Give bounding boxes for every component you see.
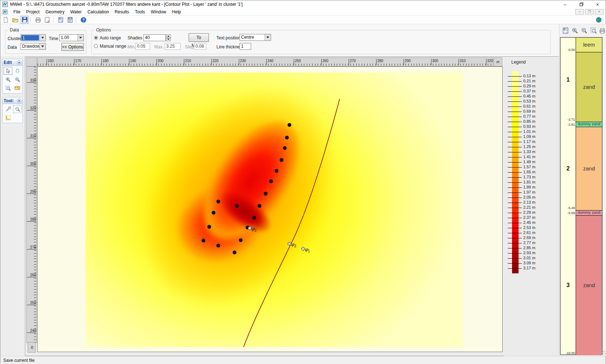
- legend-color-cell: [512, 263, 519, 268]
- manual-range-radio[interactable]: [94, 44, 98, 48]
- well-point[interactable]: [275, 169, 278, 173]
- restore-button[interactable]: [573, 0, 589, 8]
- collapse-chevron-icon[interactable]: [17, 99, 21, 103]
- shades-input[interactable]: 40: [143, 34, 166, 41]
- section-number: 3: [560, 282, 576, 289]
- text-position-combo-arrow[interactable]: [265, 34, 271, 40]
- menu-geometry[interactable]: Geometry: [43, 9, 68, 15]
- spin-down-button[interactable]: [166, 38, 171, 42]
- auto-range-radio[interactable]: [94, 36, 98, 40]
- menu-window[interactable]: Window: [148, 9, 169, 15]
- report-button[interactable]: [57, 16, 65, 24]
- axis-icon: [5, 115, 11, 121]
- data-combo-arrow[interactable]: [39, 43, 46, 49]
- measure-button[interactable]: 1: [13, 84, 22, 92]
- zoom-out-button[interactable]: [581, 27, 588, 35]
- svg-text:?: ?: [82, 18, 85, 22]
- well-point[interactable]: [235, 204, 238, 208]
- menu-calculation[interactable]: Calculation: [85, 9, 112, 15]
- well-point[interactable]: [283, 146, 287, 150]
- resize-grip[interactable]: [601, 350, 606, 355]
- collapse-chevron-icon[interactable]: [17, 60, 21, 65]
- min-label: Min.: [128, 44, 136, 49]
- legend-tick: [508, 177, 522, 178]
- zoom-region-button[interactable]: [4, 84, 12, 92]
- mdi-close-button[interactable]: ×: [595, 9, 603, 14]
- help-button[interactable]: ?: [79, 16, 87, 24]
- cluster-combo-arrow[interactable]: [39, 35, 46, 41]
- print-button[interactable]: [34, 16, 42, 24]
- calculator-button[interactable]: [66, 16, 74, 24]
- open-file-button[interactable]: [11, 16, 19, 24]
- well-point[interactable]: [285, 136, 289, 139]
- vertical-ruler: 330320310300290280270260250240: [26, 66, 37, 343]
- well-point[interactable]: [252, 216, 256, 220]
- zoom-region-button[interactable]: [590, 27, 598, 35]
- menu-tools[interactable]: Tools: [132, 9, 148, 15]
- soil-layer-name: zand: [576, 282, 602, 288]
- menu-help[interactable]: Help: [169, 9, 184, 15]
- max-input[interactable]: 3.25: [165, 43, 181, 50]
- mdi-restore-button[interactable]: ❐: [585, 9, 594, 14]
- well-point[interactable]: [207, 225, 211, 229]
- legend-value: 1.33 m: [523, 150, 536, 154]
- well-point[interactable]: [258, 204, 261, 208]
- line-thickness-input[interactable]: 1: [240, 43, 251, 50]
- pan-tool-button[interactable]: [13, 67, 22, 75]
- step-input[interactable]: 0.08: [194, 43, 206, 50]
- legend-value: 2.21 m: [523, 205, 536, 209]
- legend-tick: [508, 101, 522, 102]
- globe-icon[interactable]: [595, 16, 603, 24]
- print-button[interactable]: [599, 27, 606, 35]
- plot-canvas[interactable]: φ2φ3φ1: [37, 66, 503, 352]
- cluster-combo[interactable]: 1: [21, 34, 46, 41]
- menu-project[interactable]: Project: [23, 9, 42, 15]
- options-toggle-button[interactable]: << Options: [61, 43, 84, 51]
- piezometer-label: φ1: [305, 247, 310, 253]
- menu-water[interactable]: Water: [67, 9, 85, 15]
- legend-tick: [508, 147, 522, 147]
- mdi-window-controls: – ❐ ×: [575, 9, 606, 14]
- axes-tool-button[interactable]: [4, 114, 12, 122]
- zoom-region-tool-button[interactable]: [13, 105, 22, 113]
- select-tool-button[interactable]: [4, 67, 12, 75]
- spin-up-button[interactable]: [166, 34, 171, 38]
- page-setup-button[interactable]: [43, 16, 51, 24]
- well-point[interactable]: [233, 251, 236, 254]
- menu-file[interactable]: File: [10, 9, 23, 15]
- window-title: MWell - S:\..\8471 Groutscherm aanzet -0…: [10, 2, 557, 7]
- well-point[interactable]: [269, 179, 273, 183]
- well-point[interactable]: [264, 192, 267, 195]
- zoom-in-button[interactable]: [4, 75, 12, 83]
- menu-results[interactable]: Results: [112, 9, 132, 15]
- time-combo-arrow[interactable]: [77, 35, 83, 41]
- legend-value: 0.77 m: [523, 114, 536, 118]
- save-button[interactable]: [21, 16, 29, 24]
- shades-spinner[interactable]: [166, 34, 171, 41]
- zoom-out-button[interactable]: [13, 75, 22, 83]
- text-position-combo[interactable]: Centre: [240, 34, 271, 41]
- new-file-button[interactable]: [2, 16, 10, 24]
- well-point[interactable]: [280, 158, 283, 162]
- properties-button[interactable]: [562, 27, 570, 35]
- well-point[interactable]: [239, 238, 242, 242]
- time-combo[interactable]: 1.00: [59, 34, 84, 41]
- well-point[interactable]: [216, 200, 220, 203]
- tool-panel-header[interactable]: Tool:: [3, 98, 22, 104]
- zoom-in-button[interactable]: [572, 27, 579, 35]
- well-point[interactable]: [288, 123, 291, 127]
- text-position-label: Text position: [216, 35, 241, 40]
- well-point[interactable]: [212, 211, 215, 214]
- well-point[interactable]: [202, 239, 205, 242]
- legend-value: 2.77 m: [523, 240, 536, 245]
- to-manual-button[interactable]: To Manual: [189, 33, 209, 42]
- mdi-minimize-button[interactable]: –: [575, 9, 584, 14]
- edit-panel-header[interactable]: Edit: [3, 59, 22, 66]
- well-point[interactable]: [216, 244, 220, 247]
- legend-title: Legend: [511, 60, 526, 65]
- min-input[interactable]: 0.05: [136, 43, 150, 50]
- data-combo[interactable]: Drawdown: [21, 43, 46, 50]
- close-button[interactable]: ×: [589, 0, 606, 8]
- minimize-button[interactable]: –: [557, 0, 573, 8]
- wrench-tool-button[interactable]: [4, 105, 12, 113]
